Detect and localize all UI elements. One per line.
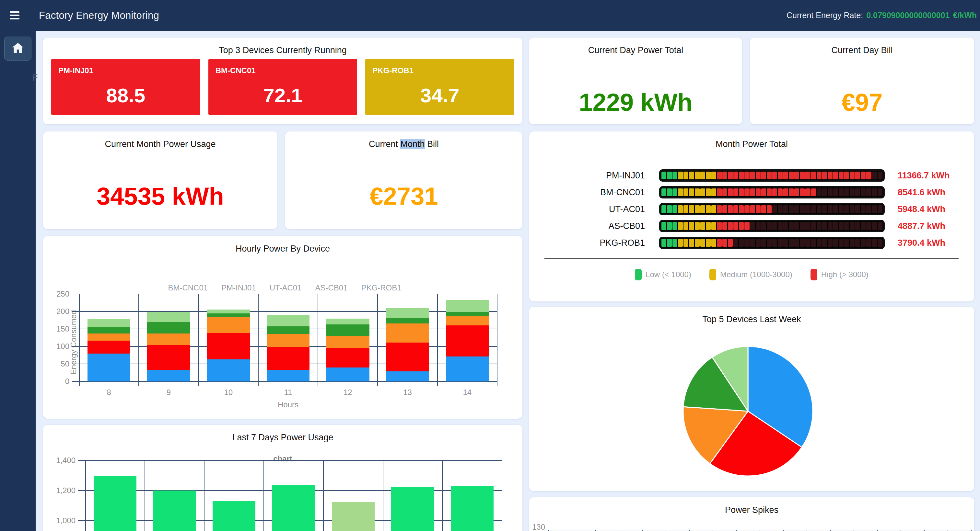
gauge-segment: [866, 205, 871, 213]
card-month-bill: Current Month Bill €2731: [285, 132, 522, 229]
gauge-device-label: AS-CB01: [529, 221, 645, 231]
axis-tick: [807, 530, 807, 531]
dashboard-root: Factory Energy Monitoring Current Energy…: [0, 0, 980, 531]
gauge-segment: [761, 189, 766, 196]
card-title: Current Month Power Usage: [43, 132, 277, 149]
gauge-segment: [750, 189, 755, 196]
gauge-segment: [717, 222, 722, 230]
gauge-segment: [772, 189, 777, 196]
gridline: [85, 460, 502, 461]
gauge-segment: [767, 171, 772, 179]
gauge-segment: [689, 222, 694, 230]
gauge-segment: [772, 171, 777, 179]
gridline: [497, 294, 498, 381]
divider: [544, 258, 959, 259]
gauge-segment: [872, 189, 877, 196]
stacked-bar-segment: [267, 334, 310, 347]
gauge-segment: [872, 205, 877, 213]
gauge-segment: [678, 222, 683, 230]
bar: [332, 502, 375, 531]
hourly-chart-legend: BM-CNC01PM-INJ01UT-AC01AS-CB01PKG-ROB1: [43, 283, 522, 292]
gauge-segment: [722, 189, 727, 196]
bar: [94, 476, 137, 531]
gauge-segment: [761, 171, 766, 179]
axis-tick: [72, 346, 79, 347]
rate-value: 0.07909000000000001: [866, 11, 950, 20]
legend-label: UT-AC01: [270, 283, 302, 292]
gauge-segment: [778, 239, 783, 247]
gauge-segment: [839, 205, 843, 213]
legend-label: PKG-ROB1: [361, 283, 401, 292]
stacked-bar-segment: [326, 336, 369, 348]
axis-tick: [666, 530, 666, 531]
axis-tick: [377, 381, 378, 386]
gauge-value: 11366.7 kWh: [898, 171, 950, 181]
gauge-device-label: BM-CNC01: [529, 187, 645, 198]
gauge-segment: [844, 222, 849, 230]
axis-tick: [258, 381, 259, 386]
gauge-segment: [678, 239, 683, 247]
stacked-bar-segment: [446, 357, 489, 381]
axis-tick: [72, 294, 79, 294]
gauge-segment: [855, 222, 860, 230]
legend-item: BM-CNC01: [164, 283, 208, 292]
gauge-segment: [783, 222, 788, 230]
month-power-usage-value: 34535 kWh: [43, 180, 277, 212]
gauge-segment: [706, 171, 711, 179]
stacked-bar-segment: [88, 341, 130, 353]
card-title: Top 5 Devices Last Week: [529, 307, 974, 325]
stacked-bar-segment: [446, 312, 489, 316]
gauge-segment: [811, 189, 816, 196]
card-top3-devices: Top 3 Devices Currently Running PM-INJ01…: [43, 38, 522, 124]
stacked-bar-segment: [386, 308, 429, 318]
bar: [272, 485, 315, 531]
gauge-segment: [728, 189, 733, 196]
gauge-segment: [700, 205, 705, 213]
gauge-segment: [717, 205, 722, 213]
gauge-segment: [745, 189, 749, 196]
card-month-power-total: Month Power Total PM-INJ0111366.7 kWhBM-…: [529, 132, 974, 301]
axis-tick: [548, 530, 549, 531]
axis-tick: [78, 520, 85, 521]
gauge-segment: [695, 222, 700, 230]
y-axis-line: [85, 460, 86, 531]
app-title: Factory Energy Monitoring: [39, 10, 159, 21]
gauge-segment: [756, 205, 760, 213]
stacked-bar-segment: [88, 327, 130, 334]
gauge-segment: [684, 189, 688, 196]
gauge-segment: [745, 171, 749, 179]
gauge-segment: [722, 239, 727, 247]
gauge-row: UT-AC015948.4 kWh: [529, 201, 974, 217]
legend-swatch: [635, 269, 642, 281]
y-tick-label: 200: [50, 307, 69, 316]
y-tick-label: 50: [50, 360, 69, 368]
gauge-segment: [728, 239, 733, 247]
gauge-segment: [822, 222, 827, 230]
gauge-segment: [673, 222, 677, 230]
gauge-segment: [706, 205, 711, 213]
stacked-bar-segment: [326, 348, 369, 367]
stacked-bar-segment: [147, 370, 190, 381]
axis-tick: [713, 530, 713, 531]
legend-item: Low (< 1000): [635, 269, 691, 281]
gauge-segment: [733, 171, 738, 179]
menu-icon[interactable]: [10, 10, 19, 21]
stacked-bar-segment: [386, 342, 429, 371]
axis-tick: [595, 530, 596, 531]
gauge-segment: [844, 239, 849, 247]
bar: [153, 491, 196, 531]
gauge-segment: [850, 171, 854, 179]
gauge-segment: [673, 189, 677, 196]
gauge-row: AS-CB014887.7 kWh: [529, 217, 974, 235]
gauge-value: 4887.7 kWh: [898, 221, 945, 231]
legend-swatch: [810, 269, 817, 281]
stacked-bar-segment: [207, 317, 250, 333]
gauge-segment: [739, 171, 744, 179]
axis-tick: [736, 530, 737, 531]
stacked-bar-segment: [207, 333, 250, 360]
stacked-bar-segment: [386, 318, 429, 323]
sidebar-item-home[interactable]: [4, 36, 32, 60]
device-tile-value: 34.7: [365, 76, 514, 115]
gauge-segment: [828, 205, 832, 213]
gridline: [377, 294, 378, 381]
